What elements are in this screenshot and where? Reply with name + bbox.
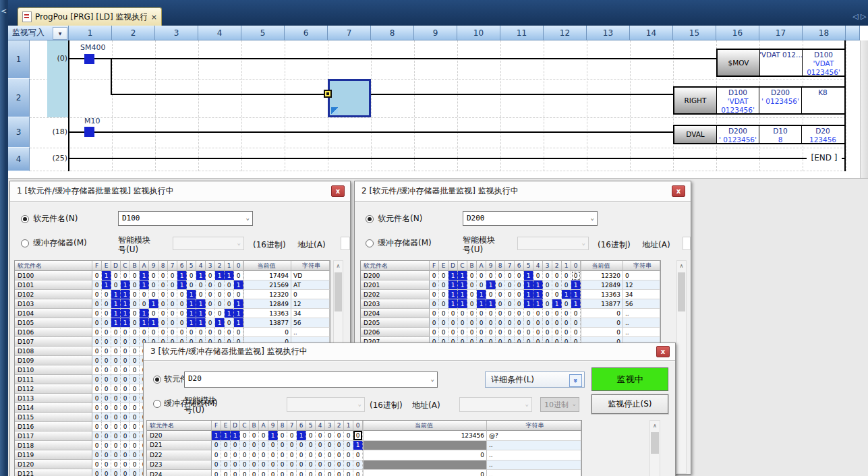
device-name-cell[interactable]: D115 <box>15 413 92 422</box>
instruction-dval[interactable]: DVAL D200 ' 0123456' D10 8 D20 123456 <box>673 125 846 144</box>
bit-cell[interactable]: 0 <box>92 441 102 450</box>
close-icon[interactable]: x <box>672 185 685 197</box>
bit-cell[interactable]: 1 <box>297 431 306 441</box>
bit-cell[interactable]: 0 <box>515 290 524 299</box>
bit-cell[interactable]: 0 <box>496 280 505 290</box>
bit-cell[interactable]: 0 <box>177 299 187 309</box>
bit-cell[interactable]: 0 <box>130 347 140 356</box>
bit-cell[interactable]: 0 <box>102 337 111 347</box>
bit-cell[interactable]: 1 <box>524 280 533 290</box>
bit-cell[interactable]: 0 <box>130 403 140 413</box>
bit-cell[interactable]: 1 <box>449 290 458 299</box>
bit-cell[interactable]: 0 <box>353 460 363 471</box>
current-value-cell[interactable]: 0 <box>581 318 623 328</box>
device-name-cell[interactable]: D118 <box>15 441 92 450</box>
bit-cell[interactable]: 0 <box>168 290 177 299</box>
bit-cell[interactable]: 0 <box>335 431 344 441</box>
end-instruction[interactable]: [END ] <box>807 153 842 164</box>
bit-cell[interactable]: 0 <box>121 403 130 413</box>
current-value-cell[interactable] <box>363 460 487 471</box>
bit-cell[interactable]: 1 <box>111 309 121 318</box>
bit-cell[interactable]: 0 <box>130 280 140 290</box>
bit-cell[interactable]: 0 <box>92 413 102 422</box>
window-title[interactable]: 3 [软元件/缓冲存储器批量监视] 监视执行中 <box>144 343 675 361</box>
bit-cell[interactable]: 0 <box>325 431 335 441</box>
bit-cell[interactable]: 0 <box>102 403 111 413</box>
bit-cell[interactable]: 0 <box>121 356 130 365</box>
bit-cell[interactable]: 0 <box>496 318 505 328</box>
device-name-cell[interactable]: D24 <box>147 470 212 476</box>
device-name-cell[interactable]: D23 <box>147 460 212 471</box>
bit-cell[interactable]: 0 <box>234 290 243 299</box>
bit-cell[interactable]: 0 <box>543 290 552 299</box>
device-name-cell[interactable]: D111 <box>15 375 92 384</box>
bit-cell[interactable]: 0 <box>92 290 102 299</box>
bit-cell[interactable]: 0 <box>278 431 287 441</box>
bit-cell[interactable]: 0 <box>121 375 130 384</box>
selection-handle[interactable] <box>324 90 332 98</box>
device-name-cell[interactable]: D110 <box>15 365 92 375</box>
bit-cell[interactable]: 0 <box>102 450 111 460</box>
bit-cell[interactable]: 1 <box>121 280 130 290</box>
bit-cell[interactable]: 0 <box>121 441 130 450</box>
string-cell[interactable]: .. <box>487 450 581 460</box>
tab-scroll-left-icon[interactable]: ◁ <box>852 12 858 21</box>
bit-cell[interactable]: 0 <box>250 431 259 441</box>
device-name-cell[interactable]: D103 <box>15 299 92 309</box>
bit-cell[interactable]: 0 <box>221 470 231 476</box>
bit-cell[interactable]: 1 <box>212 431 221 441</box>
bit-cell[interactable]: 0 <box>225 328 234 337</box>
monitor-write-mode-header[interactable]: 监视写入 ▼ <box>8 26 69 40</box>
current-value-cell[interactable]: 13363 <box>581 290 623 299</box>
bit-cell[interactable]: 0 <box>496 299 505 309</box>
bit-cell[interactable]: 1 <box>149 299 158 309</box>
bit-cell[interactable]: 1 <box>449 280 458 290</box>
bit-cell[interactable]: 0 <box>92 337 102 347</box>
bit-cell[interactable]: 0 <box>206 309 215 318</box>
string-cell[interactable]: 56 <box>623 299 660 309</box>
bit-cell[interactable]: 0 <box>562 299 571 309</box>
bit-cell[interactable]: 0 <box>196 280 206 290</box>
bit-cell[interactable]: 0 <box>130 328 140 337</box>
bit-cell[interactable]: 1 <box>571 290 581 299</box>
monitoring-status-button[interactable]: 监视中 <box>591 367 668 391</box>
scrollbar-thumb[interactable] <box>678 272 685 311</box>
bit-cell[interactable]: 0 <box>344 431 353 441</box>
current-value-cell[interactable] <box>363 441 487 451</box>
bit-cell[interactable]: 0 <box>515 271 524 280</box>
bit-cell[interactable]: 0 <box>486 290 496 299</box>
bit-cell[interactable]: 1 <box>177 280 187 290</box>
bit-cell[interactable]: 0 <box>111 460 121 469</box>
string-cell[interactable]: VD <box>291 271 330 280</box>
bit-cell[interactable]: 0 <box>130 365 140 375</box>
bit-cell[interactable]: 0 <box>250 441 259 451</box>
bit-cell[interactable]: 0 <box>515 299 524 309</box>
bit-cell[interactable]: 0 <box>316 460 325 471</box>
ladder-row-header[interactable]: 1 <box>8 40 30 79</box>
tab-close-icon[interactable]: × <box>151 13 157 22</box>
bit-cell[interactable]: 0 <box>240 441 250 451</box>
mode-dropdown-button[interactable]: ▼ <box>53 27 67 40</box>
device-name-cell[interactable]: D120 <box>15 460 92 469</box>
bit-cell[interactable]: 1 <box>234 309 243 318</box>
device-name-cell[interactable]: D117 <box>15 432 92 441</box>
bit-cell[interactable]: 0 <box>130 460 140 469</box>
string-cell[interactable]: .. <box>623 309 660 318</box>
device-name-combo[interactable]: D200⌄ <box>463 211 598 226</box>
bit-cell[interactable]: 1 <box>533 290 543 299</box>
bit-cell[interactable]: 1 <box>196 318 206 328</box>
bit-cell[interactable]: 0 <box>297 470 306 476</box>
bit-cell[interactable]: 0 <box>477 271 486 280</box>
bit-cell[interactable]: 0 <box>231 460 240 471</box>
bit-cell[interactable]: 0 <box>353 431 363 441</box>
device-name-cell[interactable]: D107 <box>15 337 92 347</box>
bit-cell[interactable]: 0 <box>533 318 543 328</box>
current-value-cell[interactable]: 13363 <box>243 309 291 318</box>
bit-cell[interactable]: 0 <box>206 290 215 299</box>
bit-cell[interactable]: 0 <box>524 328 533 337</box>
bit-cell[interactable]: 0 <box>552 271 562 280</box>
device-name-cell[interactable]: D22 <box>147 450 212 460</box>
bit-cell[interactable]: 1 <box>140 280 149 290</box>
bit-cell[interactable]: 0 <box>92 299 102 309</box>
bit-cell[interactable]: 0 <box>430 299 439 309</box>
